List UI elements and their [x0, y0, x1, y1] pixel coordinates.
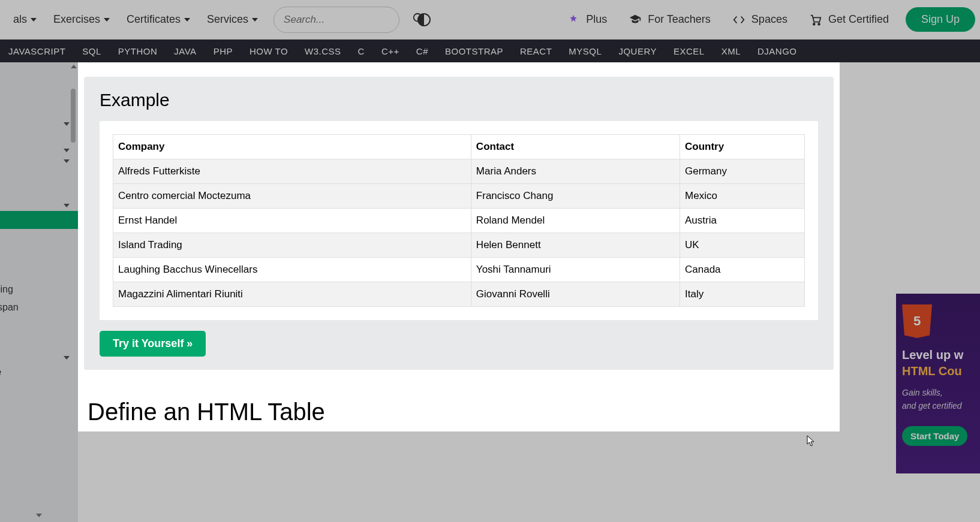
table-cell: Laughing Bacchus Winecellars	[113, 258, 471, 282]
chevron-down-icon	[104, 18, 110, 22]
code-icon	[732, 13, 745, 26]
chevron-down-icon	[64, 159, 70, 163]
link-teachers[interactable]: For Teachers	[618, 13, 722, 26]
chevron-down-icon	[31, 18, 37, 22]
topic-link[interactable]: BOOTSTRAP	[437, 46, 512, 56]
table-row: Laughing Bacchus Winecellars Yoshi Tanna…	[113, 258, 805, 282]
link-certified[interactable]: Get Certified	[798, 13, 900, 26]
example-table: Company Contact Country Alfreds Futterki…	[113, 134, 805, 307]
sidebar-item[interactable]: rs	[0, 229, 78, 247]
nav-label: Exercises	[53, 13, 100, 26]
table-cell: Roland Mendel	[471, 209, 680, 233]
topic-link[interactable]: DJANGO	[749, 46, 805, 56]
star-icon	[567, 13, 580, 26]
table-row: Magazzini Alimentari Riuniti Giovanni Ro…	[113, 282, 805, 307]
top-nav: als Exercises Certificates Services Plus…	[0, 0, 980, 40]
sidebar-item[interactable]: Spacing	[0, 280, 78, 298]
sidebar-scrollbar[interactable]	[70, 65, 77, 197]
nav-label: als	[13, 13, 27, 26]
table-header-row: Company Contact Country	[113, 135, 805, 159]
search-input[interactable]	[284, 14, 412, 26]
topic-link[interactable]: PHP	[205, 46, 241, 56]
topic-link[interactable]: JQUERY	[610, 46, 665, 56]
sidebar-item[interactable]: up	[0, 334, 78, 352]
table-cell: Francisco Chang	[471, 184, 680, 209]
topic-link[interactable]: JAVASCRIPT	[0, 46, 74, 56]
nav-label: Certificates	[127, 13, 181, 26]
sidebar-item[interactable]: ing	[0, 65, 78, 83]
example-title: Example	[100, 90, 818, 110]
sidebar-group[interactable]	[0, 145, 78, 156]
link-label: For Teachers	[648, 13, 711, 26]
table-cell: Italy	[680, 282, 805, 307]
table-cell: Canada	[680, 258, 805, 282]
topic-link[interactable]: SQL	[74, 46, 110, 56]
sidebar-item[interactable]: ons	[0, 83, 78, 101]
table-row: Island Trading Helen Bennett UK	[113, 233, 805, 258]
sidebar-item-active[interactable]: s	[0, 211, 78, 229]
sidebar-item[interactable]: tle	[0, 182, 78, 200]
chevron-down-icon	[64, 122, 70, 126]
table-cell: Germany	[680, 159, 805, 184]
link-plus[interactable]: Plus	[556, 13, 618, 26]
table-container: Company Contact Country Alfreds Futterki…	[100, 121, 818, 320]
sidebar-item[interactable]: g	[0, 316, 78, 334]
topic-link[interactable]: JAVA	[166, 46, 205, 56]
sidebar-item[interactable]: ers	[0, 262, 78, 280]
topic-nav: JAVASCRIPT SQL PYTHON JAVA PHP HOW TO W3…	[0, 40, 980, 62]
topic-link[interactable]: W3.CSS	[296, 46, 350, 56]
topic-link[interactable]: C#	[408, 46, 437, 56]
try-it-button[interactable]: Try it Yourself »	[100, 331, 206, 357]
link-spaces[interactable]: Spaces	[722, 13, 798, 26]
link-label: Plus	[586, 13, 607, 26]
link-label: Spaces	[751, 13, 787, 26]
search-box[interactable]	[273, 7, 399, 33]
sidebar-group[interactable]	[0, 119, 78, 129]
column-header: Contact	[471, 135, 680, 159]
table-cell: Island Trading	[113, 233, 471, 258]
table-row: Ernst Handel Roland Mendel Austria	[113, 209, 805, 233]
nav-exercises[interactable]: Exercises	[45, 0, 118, 39]
table-cell: Austria	[680, 209, 805, 233]
topic-link[interactable]: REACT	[512, 46, 560, 56]
chevron-down-icon	[252, 18, 258, 22]
sidebar-group[interactable]	[0, 200, 78, 211]
sidebar-item[interactable]: Rowspan	[0, 298, 78, 316]
sidebar-group[interactable]	[0, 352, 78, 363]
sidebar-item[interactable]: Inline	[0, 363, 78, 381]
table-row: Centro comercial Moctezuma Francisco Cha…	[113, 184, 805, 209]
table-cell: Magazzini Alimentari Riuniti	[113, 282, 471, 307]
section-heading: Define an HTML Table	[88, 399, 834, 426]
chevron-down-icon	[64, 149, 70, 152]
topic-link[interactable]: MYSQL	[560, 46, 610, 56]
ad-text: Gain skills,	[902, 388, 974, 397]
topic-link[interactable]: PYTHON	[110, 46, 166, 56]
table-cell: Maria Anders	[471, 159, 680, 184]
nav-certificates[interactable]: Certificates	[118, 0, 199, 39]
table-cell: Mexico	[680, 184, 805, 209]
column-header: Country	[680, 135, 805, 159]
promo-ad[interactable]: 5 Level up w HTML Cou Gain skills, and g…	[896, 294, 980, 473]
table-cell: Alfreds Futterkiste	[113, 159, 471, 184]
table-cell: Giovanni Rovelli	[471, 282, 680, 307]
scroll-down-icon[interactable]	[36, 512, 42, 518]
signup-button[interactable]: Sign Up	[906, 7, 975, 32]
topic-link[interactable]: C	[350, 46, 373, 56]
scrollbar-thumb[interactable]	[71, 89, 76, 143]
nav-tutorials[interactable]: als	[5, 0, 45, 39]
cart-icon	[809, 13, 822, 26]
ad-subheadline: HTML Cou	[902, 364, 974, 378]
scroll-up-icon[interactable]	[71, 64, 77, 70]
topic-link[interactable]: EXCEL	[665, 46, 713, 56]
ad-cta-button[interactable]: Start Today	[902, 426, 967, 446]
topic-link[interactable]: HOW TO	[241, 46, 296, 56]
link-label: Get Certified	[828, 13, 889, 26]
sidebar-item[interactable]: nts	[0, 101, 78, 119]
dark-mode-toggle[interactable]	[417, 13, 431, 26]
topic-link[interactable]: C++	[373, 46, 408, 56]
topic-link[interactable]: XML	[713, 46, 749, 56]
nav-label: Services	[207, 13, 248, 26]
nav-services[interactable]: Services	[199, 0, 266, 39]
chevron-down-icon	[64, 356, 70, 360]
sidebar-group[interactable]	[0, 156, 78, 167]
